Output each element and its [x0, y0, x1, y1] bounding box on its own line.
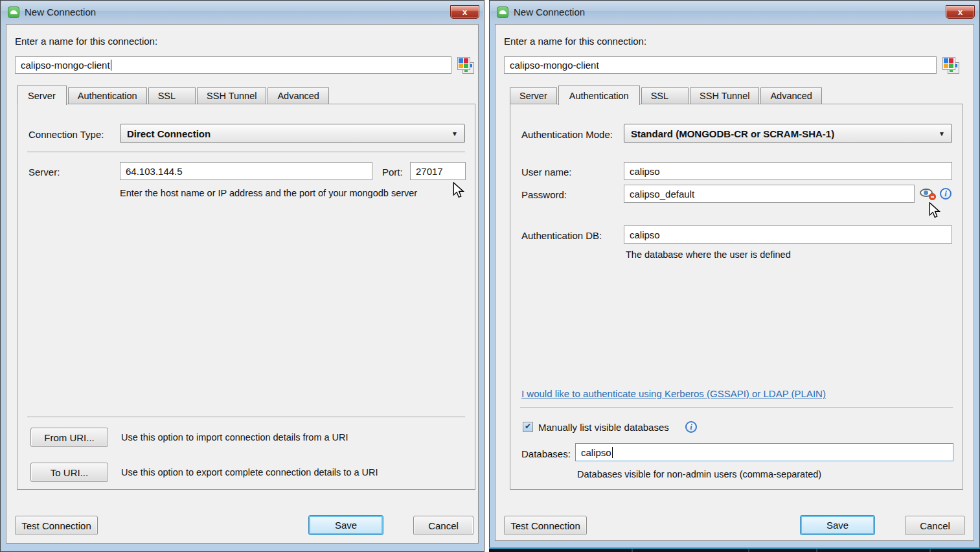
- auth-db-value: calipso: [630, 229, 660, 240]
- databases-info-icon[interactable]: i: [685, 421, 697, 433]
- port-label: Port:: [382, 167, 403, 178]
- palette-front-square: [457, 57, 470, 70]
- new-connection-window-server: New Connection x Enter a name for this c…: [0, 0, 484, 552]
- port-input[interactable]: 27017: [410, 162, 466, 180]
- connection-name-value: calipso-mongo-client: [21, 60, 110, 71]
- from-uri-button[interactable]: From URI...: [30, 428, 108, 447]
- authentication-tab-panel: Authentication Mode: Standard (MONGODB-C…: [510, 104, 963, 490]
- background-window-edge: [489, 547, 980, 552]
- server-input[interactable]: 64.103.144.5: [120, 162, 372, 180]
- port-value: 27017: [416, 166, 443, 177]
- titlebar[interactable]: New Connection x: [1, 1, 483, 23]
- cancel-button[interactable]: Cancel: [905, 516, 965, 535]
- auth-mode-label: Authentication Mode:: [521, 129, 613, 140]
- databases-value: calipso: [581, 447, 611, 458]
- password-info-icon[interactable]: i: [940, 188, 952, 200]
- tab-authentication[interactable]: Authentication: [68, 87, 147, 104]
- user-name-input[interactable]: calipso: [624, 162, 952, 180]
- password-label: Password:: [521, 189, 567, 200]
- connection-name-label: Enter a name for this connection:: [15, 36, 157, 47]
- user-name-label: User name:: [521, 167, 572, 178]
- titlebar[interactable]: New Connection x: [490, 1, 979, 23]
- auth-mode-value: Standard (MONGODB-CR or SCRAM-SHA-1): [631, 128, 834, 139]
- password-value: calipso_default: [630, 189, 694, 200]
- dialog-tabs: Server Authentication SSL SSH Tunnel Adv…: [17, 84, 330, 104]
- connection-name-value: calipso-mongo-client: [510, 60, 599, 71]
- divider: [27, 417, 465, 417]
- save-button[interactable]: Save: [308, 515, 383, 535]
- password-input[interactable]: calipso_default: [624, 185, 915, 203]
- manually-list-databases-checkbox[interactable]: [523, 422, 533, 432]
- connection-name-input[interactable]: calipso-mongo-client: [504, 56, 937, 74]
- auth-db-help-text: The database where the user is defined: [626, 249, 791, 260]
- mouse-cursor: [452, 182, 466, 199]
- test-connection-button[interactable]: Test Connection: [15, 516, 98, 535]
- text-caret: [612, 447, 613, 458]
- connection-type-value: Direct Connection: [127, 128, 211, 139]
- mongo-client-app-icon: [8, 6, 19, 18]
- chevron-down-icon: ▼: [939, 130, 945, 137]
- tab-ssl[interactable]: SSL: [641, 87, 689, 104]
- screenshot-canvas: New Connection x Enter a name for this c…: [0, 0, 980, 552]
- window-title: New Connection: [514, 6, 585, 17]
- connection-type-label: Connection Type:: [28, 129, 104, 140]
- tab-ssl[interactable]: SSL: [148, 87, 196, 104]
- connection-color-picker-icon[interactable]: [942, 57, 960, 75]
- palette-front-square: [942, 57, 955, 70]
- mouse-cursor: [928, 202, 942, 219]
- mongo-client-app-icon: [497, 6, 508, 18]
- connection-name-label: Enter a name for this connection:: [504, 36, 646, 47]
- close-icon[interactable]: x: [946, 5, 975, 19]
- connection-color-picker-icon[interactable]: [457, 57, 475, 75]
- auth-db-input[interactable]: calipso: [624, 225, 952, 244]
- divider: [27, 152, 465, 152]
- close-icon[interactable]: x: [450, 5, 479, 19]
- new-connection-window-authentication: New Connection x Enter a name for this c…: [489, 0, 980, 548]
- kerberos-ldap-link[interactable]: I would like to authenticate using Kerbe…: [521, 388, 826, 399]
- eye-iris: [924, 190, 928, 195]
- chevron-down-icon: ▼: [451, 130, 458, 137]
- dialog-content: Enter a name for this connection: calips…: [6, 24, 479, 544]
- server-help-text: Enter the host name or IP address and th…: [120, 188, 417, 198]
- tab-ssh-tunnel[interactable]: SSH Tunnel: [197, 87, 266, 104]
- minus-badge: [929, 193, 936, 200]
- cancel-button[interactable]: Cancel: [413, 516, 473, 535]
- tab-advanced[interactable]: Advanced: [268, 87, 329, 104]
- tab-ssh-tunnel[interactable]: SSH Tunnel: [690, 87, 759, 104]
- test-connection-button[interactable]: Test Connection: [504, 516, 587, 535]
- divider: [520, 408, 953, 408]
- user-name-value: calipso: [630, 166, 660, 177]
- text-caret: [111, 60, 111, 71]
- server-tab-panel: Connection Type: Direct Connection ▼ Ser…: [17, 104, 475, 490]
- tab-server[interactable]: Server: [510, 87, 557, 104]
- connection-name-input[interactable]: calipso-mongo-client: [15, 56, 451, 74]
- dialog-tabs: Server Authentication SSL SSH Tunnel Adv…: [510, 84, 823, 104]
- server-label: Server:: [28, 167, 60, 178]
- save-button[interactable]: Save: [800, 515, 875, 535]
- manually-list-databases-label: Manually list visible databases: [538, 422, 669, 433]
- connection-type-select[interactable]: Direct Connection ▼: [120, 124, 465, 143]
- to-uri-help-text: Use this option to export complete conne…: [121, 467, 378, 477]
- server-value: 64.103.144.5: [126, 166, 183, 177]
- tab-advanced[interactable]: Advanced: [760, 87, 822, 104]
- auth-db-label: Authentication DB:: [521, 230, 602, 241]
- tab-server[interactable]: Server: [17, 86, 67, 105]
- databases-input[interactable]: calipso: [575, 443, 953, 461]
- tab-authentication[interactable]: Authentication: [558, 86, 640, 105]
- to-uri-button[interactable]: To URI...: [30, 463, 108, 482]
- auth-mode-select[interactable]: Standard (MONGODB-CR or SCRAM-SHA-1) ▼: [624, 124, 952, 143]
- from-uri-help-text: Use this option to import connection det…: [121, 432, 348, 443]
- databases-help-text: Databases visible for non-admin users (c…: [577, 469, 821, 479]
- dialog-content: Enter a name for this connection: calips…: [495, 24, 974, 541]
- window-title: New Connection: [25, 6, 96, 17]
- hide-password-eye-icon[interactable]: [920, 188, 935, 199]
- databases-label: Databases:: [521, 448, 571, 459]
